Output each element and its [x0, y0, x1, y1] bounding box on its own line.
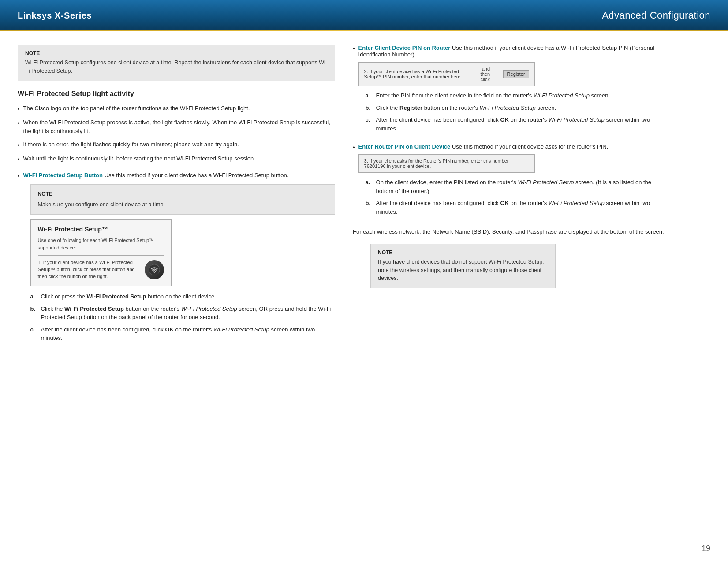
- sub-text-b: Click the Wi-Fi Protected Setup button o…: [41, 305, 335, 322]
- wifi-screenshot-box: Wi-Fi Protected Setup™ Use one of follow…: [30, 219, 172, 287]
- client-sub-label-c: c.: [366, 115, 373, 133]
- italic-text: Wi-Fi Protected Setup: [549, 116, 605, 123]
- sub-list-item-c: c. After the client device has been conf…: [30, 325, 335, 342]
- italic-text: Wi-Fi Protected Setup: [181, 305, 237, 312]
- note-box-2: NOTE Make sure you configure one client …: [30, 184, 335, 214]
- wifi-screenshot-subtitle: Use one of following for each Wi-Fi Prot…: [38, 237, 164, 256]
- router-sub-item-b: b. After the client device has been conf…: [366, 199, 670, 216]
- italic-text: Wi-Fi Protected Setup: [518, 179, 574, 186]
- main-content: NOTE Wi-Fi Protected Setup configures on…: [0, 31, 728, 372]
- register-screenshot-text: 2. If your client device has a Wi-Fi Pro…: [364, 69, 477, 79]
- italic-text: Wi-Fi Protected Setup: [534, 92, 590, 99]
- left-column: NOTE Wi-Fi Protected Setup configures on…: [18, 45, 335, 354]
- footer-paragraph: For each wireless network, the Network N…: [353, 227, 670, 237]
- note-title-3: NOTE: [378, 249, 548, 256]
- right-bullet-list: • Enter Client Device PIN on Router Use …: [353, 45, 670, 220]
- enter-client-label: Enter Client Device PIN on Router: [358, 45, 451, 51]
- sub-list-item-a: a. Click or press the Wi-Fi Protected Se…: [30, 292, 335, 301]
- note-text-3: If you have client devices that do not s…: [378, 258, 548, 283]
- register-button[interactable]: Register: [503, 70, 529, 78]
- list-item: • The Cisco logo on the top panel of the…: [18, 104, 335, 114]
- bold-text: Wi-Fi Protected Setup: [64, 305, 124, 312]
- router-sub-label-b: b.: [366, 199, 373, 216]
- sub-list-item-b: b. Click the Wi-Fi Protected Setup butto…: [30, 305, 335, 322]
- bullet-dot: •: [18, 141, 20, 150]
- header-title: Advanced Configuration: [602, 10, 710, 21]
- wifi-button-sub-list: a. Click or press the Wi-Fi Protected Se…: [30, 292, 335, 342]
- client-sub-item-b: b. Click the Register button on the rout…: [366, 104, 670, 112]
- router-sub-text-b: After the client device has been configu…: [376, 199, 670, 216]
- list-item: • Wait until the light is continuously l…: [18, 154, 335, 164]
- enter-router-desc: Use this method if your client device as…: [452, 143, 608, 150]
- bold-text: OK: [500, 200, 509, 206]
- note-box-1: NOTE Wi-Fi Protected Setup configures on…: [18, 45, 335, 81]
- bold-text: OK: [500, 116, 509, 123]
- header: Linksys X-Series Advanced Configuration: [0, 0, 728, 31]
- wifi-button-text: Wi-Fi Protected Setup Button Use this me…: [23, 171, 335, 347]
- section-heading: Wi-Fi Protected Setup light activity: [18, 90, 335, 98]
- page-number: 19: [702, 544, 710, 553]
- enter-client-pin-text: Enter Client Device PIN on Router Use th…: [358, 45, 670, 137]
- pin-screenshot-text: 3. If your client asks for the Router's …: [364, 158, 509, 169]
- wifi-button-desc: Use this method if your client device ha…: [105, 172, 289, 179]
- activity-bullet-list: • The Cisco logo on the top panel of the…: [18, 104, 335, 164]
- client-pin-sub-list: a. Enter the PIN from the client device …: [366, 91, 670, 133]
- register-screenshot-box: 2. If your client device has a Wi-Fi Pro…: [358, 62, 535, 86]
- enter-client-pin-item: • Enter Client Device PIN on Router Use …: [353, 45, 670, 137]
- wifi-setup-svg: [148, 264, 161, 276]
- enter-router-pin-item: • Enter Router PIN on Client Device Use …: [353, 143, 670, 220]
- bullet-dot-right: •: [353, 45, 355, 52]
- bullet-dot: •: [18, 119, 20, 128]
- bullet-text: When the Wi-Fi Protected Setup process i…: [23, 118, 335, 136]
- client-sub-text-b: Click the Register button on the router'…: [376, 104, 556, 112]
- bullet-dot-right2: •: [353, 144, 355, 151]
- note-title-1: NOTE: [25, 50, 328, 56]
- router-sub-text-a: On the client device, enter the PIN list…: [376, 178, 670, 195]
- bold-text: Register: [399, 104, 422, 111]
- note-text-2: Make sure you configure one client devic…: [38, 201, 328, 209]
- client-sub-text-c: After the client device has been configu…: [376, 115, 670, 133]
- router-sub-label-a: a.: [366, 178, 373, 195]
- italic-text: Wi-Fi Protected Setup: [549, 200, 605, 206]
- bullet-text: Wait until the light is continuously lit…: [23, 154, 335, 163]
- svg-point-1: [153, 272, 155, 273]
- bullet-text: If there is an error, the light flashes …: [23, 140, 335, 149]
- enter-router-pin-text: Enter Router PIN on Client Device Use th…: [358, 143, 670, 220]
- bullet-dot: •: [18, 105, 20, 114]
- right-column: • Enter Client Device PIN on Router Use …: [353, 45, 670, 354]
- router-pin-sub-list: a. On the client device, enter the PIN l…: [366, 178, 670, 216]
- list-item: • If there is an error, the light flashe…: [18, 140, 335, 150]
- wifi-screenshot-body: 1. If your client device has a Wi-Fi Pro…: [38, 259, 164, 280]
- wifi-button-label: Wi-Fi Protected Setup Button: [23, 172, 103, 179]
- sub-label-c: c.: [30, 325, 37, 342]
- client-sub-item-a: a. Enter the PIN from the client device …: [366, 91, 670, 100]
- client-sub-item-c: c. After the client device has been conf…: [366, 115, 670, 133]
- pin-screenshot-box: 3. If your client asks for the Router's …: [358, 154, 535, 173]
- header-logo: Linksys X-Series: [18, 11, 92, 21]
- note-text-1: Wi-Fi Protected Setup configures one cli…: [25, 59, 328, 75]
- wifi-button-bullet-list: • Wi-Fi Protected Setup Button Use this …: [18, 171, 335, 347]
- bullet-text: The Cisco logo on the top panel of the r…: [23, 104, 335, 113]
- italic-text: Wi-Fi Protected Setup: [480, 104, 536, 111]
- bold-text: Wi-Fi Protected Setup: [87, 293, 146, 300]
- bullet-dot: •: [18, 155, 20, 164]
- note-title-2: NOTE: [38, 190, 328, 198]
- sub-text-a: Click or press the Wi-Fi Protected Setup…: [41, 292, 216, 301]
- sub-text-c: After the client device has been configu…: [41, 325, 335, 342]
- wifi-screenshot-body-text: 1. If your client device has a Wi-Fi Pro…: [38, 259, 139, 280]
- enter-router-label: Enter Router PIN on Client Device: [358, 143, 451, 150]
- list-item: • When the Wi-Fi Protected Setup process…: [18, 118, 335, 136]
- note-box-3: NOTE If you have client devices that do …: [370, 244, 556, 288]
- wifi-setup-icon: [145, 260, 164, 279]
- client-sub-text-a: Enter the PIN from the client device in …: [376, 91, 610, 100]
- register-and-click: and then click: [481, 66, 500, 82]
- list-item-wifi-button: • Wi-Fi Protected Setup Button Use this …: [18, 171, 335, 347]
- sub-label-a: a.: [30, 292, 37, 301]
- svg-point-0: [149, 264, 160, 275]
- router-sub-item-a: a. On the client device, enter the PIN l…: [366, 178, 670, 195]
- bullet-dot: •: [18, 172, 20, 181]
- italic-text: Wi-Fi Protected Setup: [213, 326, 269, 333]
- sub-label-b: b.: [30, 305, 37, 322]
- client-sub-label-a: a.: [366, 91, 373, 100]
- client-sub-label-b: b.: [366, 104, 373, 112]
